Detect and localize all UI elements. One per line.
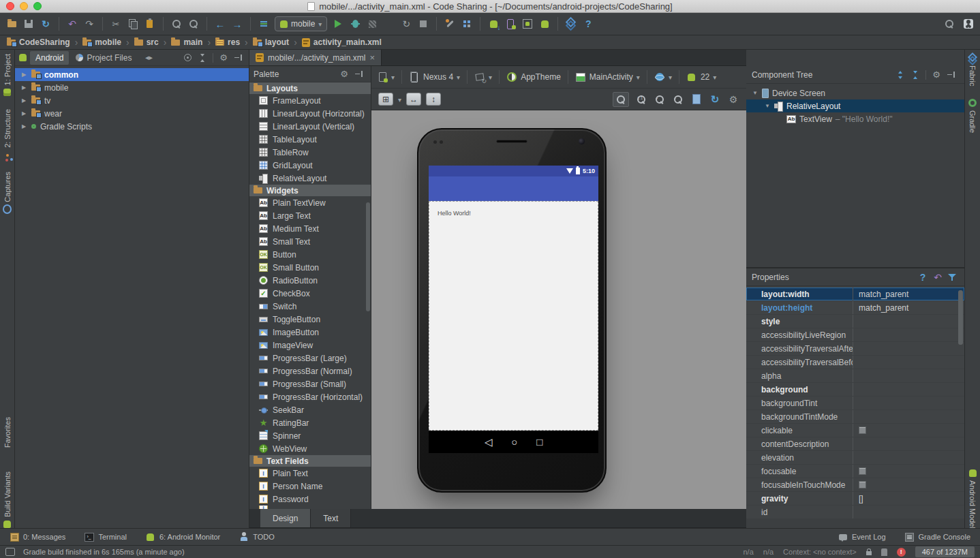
checkbox[interactable] (859, 427, 866, 434)
lock-icon[interactable] (866, 551, 872, 555)
close-tab-icon[interactable] (369, 52, 375, 63)
property-value[interactable] (853, 315, 964, 328)
find-usages-icon[interactable] (187, 18, 200, 30)
palette-scrollbar[interactable] (366, 202, 370, 311)
palette-item-tablelayout[interactable]: TableLayout (249, 133, 371, 146)
project-tree-item-common[interactable]: common (15, 68, 249, 81)
hide-panel-icon[interactable] (354, 69, 364, 79)
collapse-all-icon[interactable] (910, 70, 920, 80)
palette-item-small-button[interactable]: Small Button (249, 261, 371, 274)
palette-item-togglebutton[interactable]: ToggleButton (249, 313, 371, 326)
android-icon[interactable] (538, 18, 551, 30)
preview-content-area[interactable]: Hello World! (429, 201, 598, 431)
palette-item-person-name[interactable]: Person Name (249, 480, 371, 493)
breadcrumb-mobile[interactable]: mobile (82, 37, 121, 47)
palette-item-checkbox[interactable]: CheckBox (249, 287, 371, 300)
zoom-in-icon[interactable]: + (654, 93, 666, 106)
palette-section-layouts[interactable]: Layouts (249, 82, 371, 94)
breadcrumb-res[interactable]: res (215, 37, 240, 47)
back-icon[interactable]: ← (214, 18, 226, 30)
property-row-accessibilitytraversalbefore[interactable]: accessibilityTraversalBefore (746, 356, 964, 369)
palette-item-plain-text[interactable]: Plain Text (249, 467, 371, 480)
project-tree-item-gradle-scripts[interactable]: Gradle Scripts (15, 120, 249, 133)
palette-item-gridlayout[interactable]: GridLayout (249, 159, 371, 172)
property-value[interactable]: match_parent (853, 288, 964, 300)
undo-icon[interactable]: ↶ (66, 18, 78, 30)
property-row-contentdescription[interactable]: contentDescription (746, 437, 964, 450)
toggle-toolwindows-icon[interactable] (5, 548, 15, 556)
revert-icon[interactable]: ↶ (933, 273, 943, 282)
editor-mode-tab-text[interactable]: Text (311, 509, 351, 527)
design-config-orient[interactable] (474, 72, 492, 82)
palette-item-webview[interactable]: WebView (249, 442, 371, 455)
expander-icon[interactable] (20, 84, 27, 91)
fit-width-button[interactable]: ↔ (406, 93, 421, 106)
project-view-tab-project-files[interactable]: Project Files (70, 51, 137, 65)
palette-item-imageview[interactable]: ImageView (249, 339, 371, 352)
toolwindow-button-terminal[interactable]: Terminal (85, 532, 127, 542)
component-tree-item-relativelayout[interactable]: RelativeLayout (746, 99, 964, 112)
toolwindow-button-todo[interactable]: TODO (239, 532, 275, 542)
property-row-gravity[interactable]: gravity[] (746, 492, 964, 505)
property-row-accessibilityliveregion[interactable]: accessibilityLiveRegion (746, 328, 964, 341)
attach-debugger-icon[interactable] (383, 18, 395, 30)
inspections-hector-icon[interactable] (881, 548, 887, 556)
render-options-gear-icon[interactable]: ⚙ (727, 93, 739, 106)
sdk-manager-icon[interactable] (487, 18, 500, 30)
debug-icon[interactable] (349, 18, 361, 30)
design-config-globe[interactable] (654, 72, 672, 82)
open-folder-icon[interactable] (5, 18, 18, 30)
palette-item-small-text[interactable]: Small Text (249, 235, 371, 248)
design-config-droid[interactable]: 22 (686, 72, 716, 82)
palette-item-progressbar-horizontal[interactable]: ProgressBar (Horizontal) (249, 390, 371, 403)
project-view-tab-android[interactable]: Android (30, 51, 69, 65)
toolwindow-button-gradle-console[interactable]: Gradle Console (905, 532, 970, 542)
toolwindow-button-0-messages[interactable]: 0: Messages (10, 532, 65, 542)
fit-height-button[interactable]: ↕ (426, 93, 441, 106)
checkbox[interactable] (859, 481, 866, 489)
toolwindow-button-6-android-monitor[interactable]: 6: Android Monitor (146, 532, 220, 542)
avd-manager-icon[interactable] (504, 18, 517, 30)
property-row-id[interactable]: id (746, 506, 964, 518)
property-value[interactable] (853, 356, 964, 369)
palette-section-text-fields[interactable]: Text Fields (249, 455, 371, 467)
tool-stripe-2-structure[interactable]: 2: Structure (3, 109, 12, 159)
component-tree-item-device-screen[interactable]: Device Screen (746, 87, 964, 99)
tool-stripe-fabric[interactable]: Fabric (968, 54, 977, 87)
stop-icon[interactable] (417, 18, 429, 30)
redo-icon[interactable]: ↷ (83, 18, 95, 30)
property-value[interactable] (853, 437, 964, 450)
property-value[interactable]: [] (853, 492, 964, 505)
zoom-fit-icon[interactable] (613, 92, 629, 107)
expander-icon[interactable] (20, 72, 27, 78)
design-canvas[interactable]: 5:10 Hello World! (371, 110, 746, 509)
palette-item-plain-textview[interactable]: Plain TextView (249, 196, 371, 209)
hide-panel-icon[interactable] (234, 53, 243, 63)
save-icon[interactable] (22, 18, 35, 30)
palette-item-medium-text[interactable]: Medium Text (249, 222, 371, 235)
breadcrumb-activity-main-xml[interactable]: activity_main.xml (302, 37, 382, 47)
palette-item-large-text[interactable]: Large Text (249, 209, 371, 222)
hide-panel-icon[interactable] (947, 70, 956, 80)
project-tree-item-tv[interactable]: tv (15, 94, 249, 107)
sync-icon[interactable]: ↻ (40, 18, 52, 30)
palette-item-radiobutton[interactable]: RadioButton (249, 274, 371, 287)
palette-item-progressbar-large[interactable]: ProgressBar (Large) (249, 352, 371, 365)
memory-indicator[interactable]: 467 of 1237M (915, 546, 975, 557)
property-row-background[interactable]: background (746, 383, 964, 396)
property-value[interactable] (853, 328, 964, 341)
help-icon[interactable]: ? (582, 18, 594, 30)
switch-view-icon[interactable]: ◂▸ (144, 53, 153, 63)
expander-icon[interactable] (20, 123, 27, 129)
property-row-layout-width[interactable]: layout:widthmatch_parent (746, 288, 964, 300)
project-structure-icon[interactable] (461, 18, 473, 30)
checkbox[interactable] (859, 467, 866, 475)
expander-icon[interactable] (20, 97, 27, 104)
forward-icon[interactable]: → (231, 18, 243, 30)
property-value[interactable] (853, 342, 964, 355)
property-value[interactable] (853, 410, 964, 423)
search-icon[interactable] (943, 18, 955, 30)
toolwindow-button-event-log[interactable]: Event Log (838, 532, 886, 542)
breadcrumb-codesharing[interactable]: CodeSharing (7, 37, 70, 47)
property-row-backgroundtint[interactable]: backgroundTint (746, 397, 964, 409)
